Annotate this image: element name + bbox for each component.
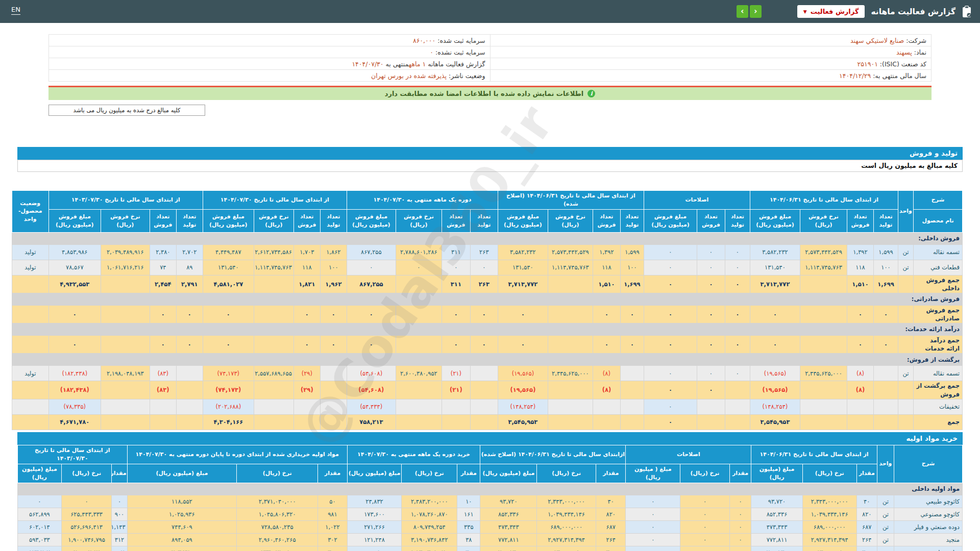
info-value: ۱۴۰۴/۰۷/۳۰: [352, 60, 383, 68]
data-cell: ۰: [293, 336, 320, 354]
table-row: جمع درآمد ارائه خدمات۰۰۰۰۰۰۰۰۰۰۰۰۰۰۰۰۰۰: [12, 336, 962, 354]
production-table-wrap: شرحواحداز ابتدای سال مالی تا تاریخ ۱۴۰۴/…: [12, 190, 963, 430]
data-cell: ۱,۵۱۰: [847, 275, 874, 293]
data-cell: [442, 414, 470, 430]
column-header: تعداد تولید: [620, 209, 644, 232]
info-label: وضعیت ناشر:: [447, 72, 485, 80]
column-header: شرح: [914, 191, 963, 210]
data-cell: [396, 414, 442, 430]
data-cell: [176, 399, 203, 414]
data-cell: (۱۸۲,۴۳۸): [48, 381, 101, 399]
column-header: مقدار: [729, 464, 751, 483]
data-cell: [396, 275, 442, 293]
table-row: فروش داخلی:: [12, 232, 962, 244]
table-row: درآمد ارائه خدمات:: [12, 323, 962, 336]
column-header: دوره یک ماهه منتهی به ۱۴۰۴/۰۷/۳۰: [347, 191, 498, 210]
data-cell: ۵۹۳,۰۳۳: [18, 533, 62, 546]
data-cell: ۲,۴۴۵,۶۲۵,۰۰۰: [548, 366, 593, 381]
data-cell: ۸۶۷,۲۵۵: [347, 244, 396, 260]
data-cell: ۰: [593, 306, 620, 323]
table-row: فروش صادراتی:: [12, 293, 962, 306]
info-cell: گزارش فعالیت ماهانه ۱ ماههمنتهی به ۱۴۰۴/…: [49, 58, 491, 70]
column-header: نرخ فروش (ریال): [101, 209, 150, 232]
info-cell: کد صنعت (ISIC): ۲۵۱۹۰۱: [490, 58, 932, 70]
table-row: منجيدتن۲۶۴۲,۹۲۷,۳۱۴,۳۹۴۷۷۲,۸۱۱۰۰۰۲۶۴۲,۹۲…: [18, 533, 963, 546]
data-cell: ۱,۸۶۲: [320, 244, 347, 260]
data-cell: ۳۰۶: [596, 546, 626, 551]
data-cell: ۲۴,۸۳۲: [347, 495, 402, 508]
data-cell: ۰: [680, 508, 730, 520]
data-cell: (۵۴,۶۰۸): [347, 381, 396, 399]
data-cell: ۶۸۷: [596, 520, 626, 533]
data-cell: ۰: [347, 260, 396, 275]
data-cell: ۲,۷۹۱: [176, 275, 203, 293]
info-label: سال مالی منتهی به:: [871, 72, 926, 80]
data-cell: ۱,۸۲۱: [293, 275, 320, 293]
data-cell: ۲۰۹,۱۳۶: [751, 546, 803, 551]
data-cell: ۴,۳۰۴,۱۶۶: [203, 414, 254, 430]
next-report-button[interactable]: ›: [737, 5, 748, 18]
column-header: نام محصول: [914, 209, 963, 232]
data-cell: [593, 399, 620, 414]
data-cell: ۷۷۲,۸۱۱: [751, 533, 803, 546]
info-label: منتهی به: [384, 60, 409, 68]
data-cell: ۰: [396, 260, 442, 275]
column-header: تعداد فروش: [847, 209, 874, 232]
column-header: خرید دوره یک ماهه منتهی به ۱۴۰۴/۰۷/۳۰: [347, 445, 480, 464]
data-cell: [620, 399, 644, 414]
row-label-cell: قطعات فني: [914, 260, 963, 275]
data-cell: [470, 381, 498, 399]
data-cell: [101, 414, 150, 430]
data-cell: ۲,۳۷۱,۰۴۰,۰۰۰: [237, 495, 318, 508]
section-row-label: فروش داخلی:: [918, 235, 960, 243]
data-cell: ۷۳۳,۹۷۱,۰۱۴: [237, 546, 318, 551]
data-cell: ۲,۵۷۳,۴۴۲,۵۲۹: [548, 244, 593, 260]
data-cell: ۲۶۳: [470, 275, 498, 293]
data-cell: (۱۹,۵۶۵): [750, 381, 800, 399]
data-cell: ۳۰۶: [856, 546, 877, 551]
report-type-button[interactable]: گزارش فعالیت ▼: [797, 5, 865, 18]
column-header: واحد: [898, 191, 914, 233]
table-row: دوده صنعتي و فيلرتن۶۸۷۶۸۹,۰۰۰,۰۰۰۴۷۳,۳۴۳…: [18, 520, 963, 533]
data-cell: ۰: [442, 260, 470, 275]
data-cell: ۲۷۱,۲۶۶: [347, 520, 402, 533]
language-toggle[interactable]: EN: [11, 6, 20, 15]
data-cell: ۰: [750, 336, 800, 354]
data-cell: [548, 336, 593, 354]
data-cell: ۲,۷۰۲: [176, 244, 203, 260]
data-cell: ۸۵۲,۳۳۶: [751, 508, 803, 520]
data-cell: ۲,۵۷۳,۴۴۲,۵۲۹: [800, 244, 847, 260]
data-cell: ۰: [729, 520, 751, 533]
data-cell: ۱,۳۹۲: [593, 244, 620, 260]
data-cell: تن: [877, 546, 894, 551]
data-cell: [620, 381, 644, 399]
data-cell: [620, 414, 644, 430]
data-cell: (۱۴۸,۲۵۴): [498, 399, 548, 414]
data-cell: ۰: [150, 306, 176, 323]
data-cell: [697, 414, 725, 430]
column-header: اصلاحات: [644, 191, 750, 210]
data-cell: [697, 399, 725, 414]
data-cell: [898, 381, 914, 399]
data-cell: ۰: [644, 399, 697, 414]
data-cell: ۱,۱۴۳: [112, 520, 127, 533]
data-cell: [396, 306, 442, 323]
data-cell: ۳,۷۱۳,۷۷۲: [498, 275, 548, 293]
info-cell: نماد: پسهند: [490, 46, 932, 58]
column-header: نرخ (ریال): [402, 464, 457, 483]
data-cell: ۴۷۳,۳۴۳: [480, 520, 537, 533]
column-header: نرخ (ریال): [680, 464, 730, 483]
data-cell: ۱۱۸: [293, 260, 320, 275]
info-value: ۸۶۰,۰۰۰: [413, 37, 435, 44]
data-cell: [101, 306, 150, 323]
data-cell: ۶۰۲,۰۱۴: [18, 520, 62, 533]
data-cell: ۲,۳۸۰: [150, 244, 176, 260]
data-cell: ۶۸۳,۴۵۰,۹۸۰: [537, 546, 596, 551]
data-cell: ۴,۸۵۳,۹۸۶: [48, 244, 101, 260]
prev-report-button[interactable]: ‹: [750, 5, 762, 18]
data-cell: ۸۲۰: [856, 508, 877, 520]
column-header: مبلغ (میلیون ریال): [347, 464, 402, 483]
data-cell: ۹۳,۷۲۰: [480, 495, 537, 508]
top-bar-controls: گزارش فعالیت ماهانه گزارش فعالیت ▼ ‹ ›: [737, 0, 980, 23]
column-header: تعداد فروش: [442, 209, 470, 232]
